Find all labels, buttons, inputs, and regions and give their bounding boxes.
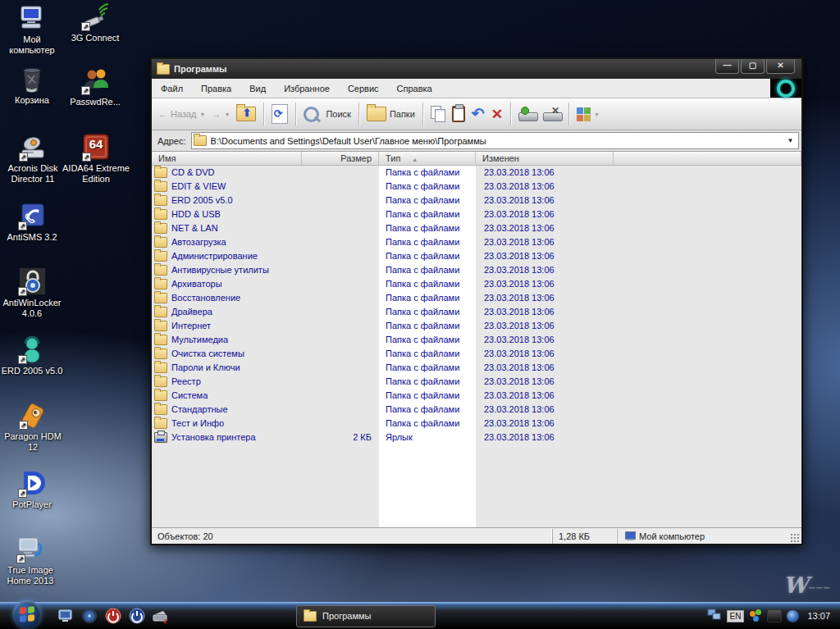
column-header-modified[interactable]: Изменен (476, 152, 614, 166)
table-row[interactable]: NET & LANПапка с файлами23.03.2018 13:06 (152, 221, 801, 235)
table-row[interactable]: Антивирусные утилитыПапка с файлами23.03… (152, 263, 801, 277)
table-row[interactable]: CD & DVDПапка с файлами23.03.2018 13:06 (152, 166, 801, 180)
table-row[interactable]: Очистка системыПапка с файлами23.03.2018… (152, 347, 801, 361)
table-row[interactable]: СтандартныеПапка с файлами23.03.2018 13:… (152, 403, 801, 417)
menu-file[interactable]: Файл (152, 80, 192, 98)
table-row[interactable]: МультимедиаПапка с файлами23.03.2018 13:… (152, 333, 801, 347)
task-folder-icon (304, 611, 317, 622)
table-row[interactable]: АдминистрированиеПапка с файлами23.03.20… (152, 249, 801, 263)
desktop-icon-erd[interactable]: ➚ ERD 2005 v5.0 (0, 336, 64, 376)
shutdown-icon[interactable] (105, 608, 121, 624)
minimize-button[interactable]: — (715, 59, 739, 74)
undo-button[interactable]: ↶ (468, 105, 488, 123)
delete-button[interactable]: ✕ (488, 103, 506, 125)
desktop-icon-label: PasswdRe... (62, 97, 128, 107)
shortcut-arrow-icon: ➚ (16, 554, 25, 563)
potplayer-icon: ➚ (17, 470, 47, 498)
desktop-icon-antiwinlocker[interactable]: ➚ AntiWinLocker 4.0.6 (0, 268, 64, 319)
svg-text:2: 2 (163, 618, 167, 624)
refresh-button[interactable]: ⟳ (268, 102, 291, 126)
views-button[interactable]: ▼ (573, 105, 603, 124)
desktop-icon-passwdre[interactable]: ➚ PasswdRe... (62, 67, 128, 107)
desktop-icon-my-computer[interactable]: Мой компьютер (0, 5, 64, 56)
app-tray-icon[interactable] (749, 609, 762, 622)
brand-throbber-icon (770, 79, 801, 98)
column-header-size[interactable]: Размер (302, 152, 379, 166)
taskbar: 2 Программы EN 13:07 (0, 602, 840, 629)
menu-tools[interactable]: Сервис (339, 80, 388, 98)
tray-app-dark-icon[interactable] (767, 609, 782, 622)
taskbar-clock[interactable]: 13:07 (807, 611, 830, 621)
up-button[interactable]: ⬆ (233, 104, 259, 124)
table-row[interactable]: АвтозагрузкаПапка с файлами23.03.2018 13… (152, 235, 801, 249)
table-row[interactable]: Установка принтера2 КБЯрлык23.03.2018 13… (152, 431, 801, 444)
status-size: 1,28 КБ (552, 529, 617, 544)
map-drive-button[interactable] (515, 104, 540, 124)
shortcut-arrow-icon: ➚ (19, 421, 28, 430)
desktop-icon-true-image[interactable]: ➚ True Image Home 2013 (0, 536, 61, 586)
file-list-body[interactable]: CD & DVDПапка с файлами23.03.2018 13:06E… (152, 166, 801, 527)
forward-button[interactable]: →▼ (208, 107, 233, 121)
table-row[interactable]: АрхиваторыПапка с файлами23.03.2018 13:0… (152, 277, 801, 291)
desktop-icon-recycle-bin[interactable]: Корзина (0, 66, 64, 106)
maximize-button[interactable]: ▢ (741, 59, 765, 74)
usb-modem-icon: ➚ (80, 3, 110, 31)
quick-launch: 2 (57, 608, 169, 624)
restart-icon[interactable] (129, 608, 145, 624)
column-header-name[interactable]: Имя (152, 152, 302, 166)
desktop-icon-potplayer[interactable]: ➚ PotPlayer (0, 470, 64, 510)
menu-favorites[interactable]: Избранное (275, 80, 339, 98)
folder-icon (154, 251, 167, 262)
table-row[interactable]: СистемаПапка с файлами23.03.2018 13:06 (152, 389, 801, 403)
copy-button[interactable] (427, 103, 449, 125)
address-bar: Адрес: B:\Documents and Settings\Default… (152, 130, 801, 152)
menu-edit[interactable]: Правка (192, 80, 240, 98)
undo-icon: ↶ (472, 107, 485, 121)
table-row[interactable]: РеестрПапка с файлами23.03.2018 13:06 (152, 375, 801, 389)
taskbar-task-programs[interactable]: Программы (296, 605, 436, 627)
start-button[interactable] (13, 600, 41, 628)
table-row[interactable]: ВосстановлениеПапка с файлами23.03.2018 … (152, 291, 801, 305)
folder-icon (154, 362, 167, 373)
language-indicator[interactable]: EN (727, 610, 745, 622)
disk-utility-icon[interactable]: 2 (153, 608, 169, 624)
tray-app-blue-icon[interactable] (787, 610, 799, 622)
folder-icon (154, 376, 167, 387)
folder-icon (154, 307, 167, 317)
folders-icon (367, 107, 386, 121)
column-header-type[interactable]: Тип▲ (379, 152, 476, 166)
back-button[interactable]: ← Назад▼ (155, 107, 208, 121)
address-dropdown-button[interactable]: ▼ (784, 137, 797, 144)
network-tray-icon[interactable] (707, 608, 722, 623)
table-row[interactable]: HDD & USBПапка с файлами23.03.2018 13:06 (152, 207, 801, 221)
refresh-icon: ⟳ (272, 104, 288, 124)
desktop-icon-antisms[interactable]: ➚ AntiSMS 3.2 (0, 203, 64, 243)
desktop-icon-3g-connect[interactable]: ➚ 3G Connect (62, 3, 128, 43)
search-button[interactable]: Поиск (300, 104, 354, 125)
desktop-icon-aida64[interactable]: 64 ➚ AIDA64 Extreme Edition (59, 134, 133, 185)
disconnect-drive-button[interactable]: ✕ (540, 104, 564, 124)
desktop-icon-label: Paragon HDM 12 (0, 431, 66, 453)
desktop-icon-label: PotPlayer (0, 499, 64, 510)
table-row[interactable]: ДрайвераПапка с файлами23.03.2018 13:06 (152, 305, 801, 319)
titlebar[interactable]: Программы — ▢ ✕ (152, 59, 801, 79)
close-button[interactable]: ✕ (766, 59, 795, 74)
desktop-icon-acronis[interactable]: ➚ Acronis Disk Director 11 (0, 134, 66, 185)
resize-grip[interactable] (790, 533, 800, 543)
paste-button[interactable] (449, 103, 468, 125)
folder-icon (154, 279, 167, 289)
table-row[interactable]: Тест и ИнфоПапка с файлами23.03.2018 13:… (152, 417, 801, 431)
menu-view[interactable]: Вид (240, 80, 275, 98)
folders-button[interactable]: Папки (363, 104, 418, 124)
table-row[interactable]: ИнтернетПапка с файлами23.03.2018 13:06 (152, 319, 801, 333)
media-player-icon[interactable] (81, 608, 98, 624)
table-row[interactable]: EDIT & VIEWПапка с файлами23.03.2018 13:… (152, 180, 801, 194)
show-desktop-icon[interactable] (57, 608, 74, 624)
up-folder-icon: ⬆ (236, 107, 256, 121)
status-object-count: Объектов: 20 (152, 529, 552, 544)
address-input[interactable]: B:\Documents and Settings\Default User\Г… (191, 132, 799, 149)
table-row[interactable]: Пароли и КлючиПапка с файлами23.03.2018 … (152, 361, 801, 375)
menu-help[interactable]: Справка (388, 80, 441, 98)
desktop-icon-paragon[interactable]: ➚ Paragon HDM 12 (0, 402, 66, 453)
table-row[interactable]: ERD 2005 v5.0Папка с файлами23.03.2018 1… (152, 194, 801, 207)
